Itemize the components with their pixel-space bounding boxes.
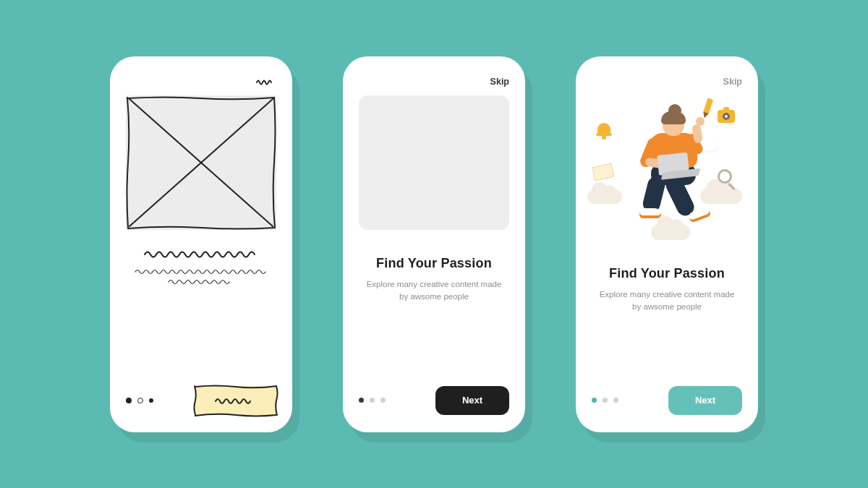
footer-row: Next (592, 386, 742, 415)
bell-icon (596, 121, 612, 137)
footer-row (126, 386, 276, 415)
skip-row: Skip (592, 72, 742, 91)
onboarding-subtitle: Explore many creative content made by aw… (596, 288, 738, 314)
page-indicator (359, 398, 386, 403)
subtitle-squiggle-placeholder (126, 259, 276, 291)
page-dot-3[interactable] (613, 398, 618, 403)
next-button-placeholder[interactable] (195, 386, 276, 415)
page-dot-3[interactable] (149, 398, 153, 403)
page-dot-2[interactable] (603, 398, 608, 403)
person-illustration (624, 106, 725, 228)
skip-link[interactable]: Skip (723, 77, 742, 87)
onboarding-phone-midfidelity: Skip Find Your Passion Explore many crea… (343, 56, 525, 432)
page-dot-2[interactable] (137, 398, 143, 403)
onboarding-subtitle: Explore many creative content made by aw… (363, 278, 505, 304)
onboarding-phone-wireframe (110, 56, 292, 432)
next-button[interactable]: Next (435, 386, 509, 415)
title-block: Find Your Passion Explore many creative … (592, 266, 742, 314)
page-dot-2[interactable] (370, 398, 375, 403)
skip-row: Skip (359, 72, 509, 91)
next-button[interactable]: Next (668, 386, 742, 415)
hero-illustration (592, 95, 742, 240)
title-squiggle-placeholder (126, 230, 276, 259)
cloud-icon (587, 189, 622, 204)
page-indicator (592, 398, 618, 403)
onboarding-title: Find Your Passion (363, 256, 505, 271)
page-dot-3[interactable] (380, 398, 386, 403)
page-dot-1[interactable] (592, 398, 597, 403)
skip-row (126, 72, 276, 91)
skip-link[interactable]: Skip (490, 77, 509, 87)
onboarding-title: Find Your Passion (596, 266, 738, 281)
hero-image-placeholder (126, 95, 276, 230)
book-icon (592, 163, 615, 182)
page-dot-1[interactable] (126, 398, 132, 403)
title-block: Find Your Passion Explore many creative … (359, 256, 509, 304)
footer-row: Next (359, 386, 509, 415)
page-dot-1[interactable] (359, 398, 364, 403)
skip-squiggle-placeholder[interactable] (256, 75, 276, 88)
onboarding-phone-hifidelity: Skip (576, 56, 758, 432)
hero-image-placeholder (359, 95, 509, 230)
page-indicator (126, 398, 153, 403)
